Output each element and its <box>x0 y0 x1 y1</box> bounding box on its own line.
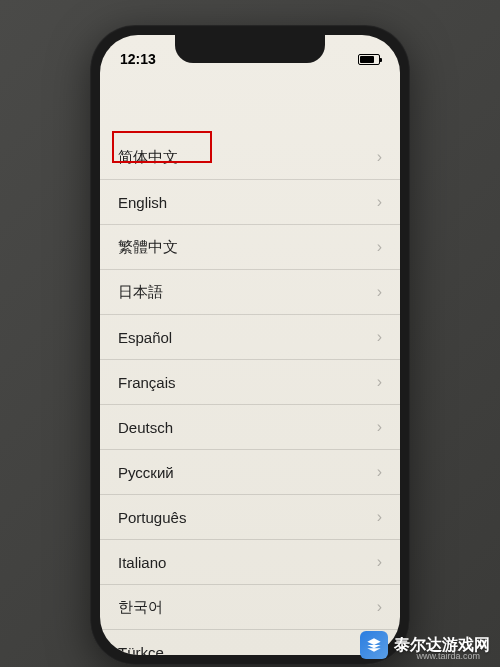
language-item-turkish[interactable]: Türkçe › <box>100 630 400 655</box>
chevron-right-icon: › <box>377 238 382 256</box>
language-label: Español <box>118 329 172 346</box>
chevron-right-icon: › <box>377 373 382 391</box>
language-item-japanese[interactable]: 日本語 › <box>100 270 400 315</box>
chevron-right-icon: › <box>377 463 382 481</box>
battery-icon <box>358 54 380 65</box>
watermark-logo-icon <box>360 631 388 659</box>
language-label: Deutsch <box>118 419 173 436</box>
chevron-right-icon: › <box>377 418 382 436</box>
language-item-portuguese[interactable]: Português › <box>100 495 400 540</box>
language-label: Français <box>118 374 176 391</box>
language-label: Italiano <box>118 554 166 571</box>
language-label: 简体中文 <box>118 148 178 167</box>
chevron-right-icon: › <box>377 598 382 616</box>
status-time: 12:13 <box>120 51 156 67</box>
chevron-right-icon: › <box>377 148 382 166</box>
language-label: English <box>118 194 167 211</box>
language-item-english[interactable]: English › <box>100 180 400 225</box>
language-label: Português <box>118 509 186 526</box>
language-item-simplified-chinese[interactable]: 简体中文 › <box>100 135 400 180</box>
language-item-russian[interactable]: Русский › <box>100 450 400 495</box>
phone-frame: 12:13 简体中文 › English › 繁體中文 <box>90 25 410 665</box>
notch <box>175 35 325 63</box>
language-selection-screen: 简体中文 › English › 繁體中文 › 日本語 › Español <box>100 75 400 655</box>
language-item-italian[interactable]: Italiano › <box>100 540 400 585</box>
battery-level <box>360 56 374 63</box>
status-right <box>358 54 380 65</box>
language-label: 한국어 <box>118 598 163 617</box>
language-label: Русский <box>118 464 174 481</box>
phone-screen: 12:13 简体中文 › English › 繁體中文 <box>100 35 400 655</box>
language-item-spanish[interactable]: Español › <box>100 315 400 360</box>
chevron-right-icon: › <box>377 553 382 571</box>
language-label: 日本語 <box>118 283 163 302</box>
language-item-korean[interactable]: 한국어 › <box>100 585 400 630</box>
language-item-french[interactable]: Français › <box>100 360 400 405</box>
watermark: 泰尔达游戏网 www.tairda.com <box>360 631 490 659</box>
watermark-url: www.tairda.com <box>416 651 480 661</box>
language-list[interactable]: 简体中文 › English › 繁體中文 › 日本語 › Español <box>100 135 400 655</box>
language-item-german[interactable]: Deutsch › <box>100 405 400 450</box>
chevron-right-icon: › <box>377 193 382 211</box>
language-label: Türkçe <box>118 644 164 656</box>
chevron-right-icon: › <box>377 328 382 346</box>
chevron-right-icon: › <box>377 283 382 301</box>
language-item-traditional-chinese[interactable]: 繁體中文 › <box>100 225 400 270</box>
language-label: 繁體中文 <box>118 238 178 257</box>
chevron-right-icon: › <box>377 508 382 526</box>
